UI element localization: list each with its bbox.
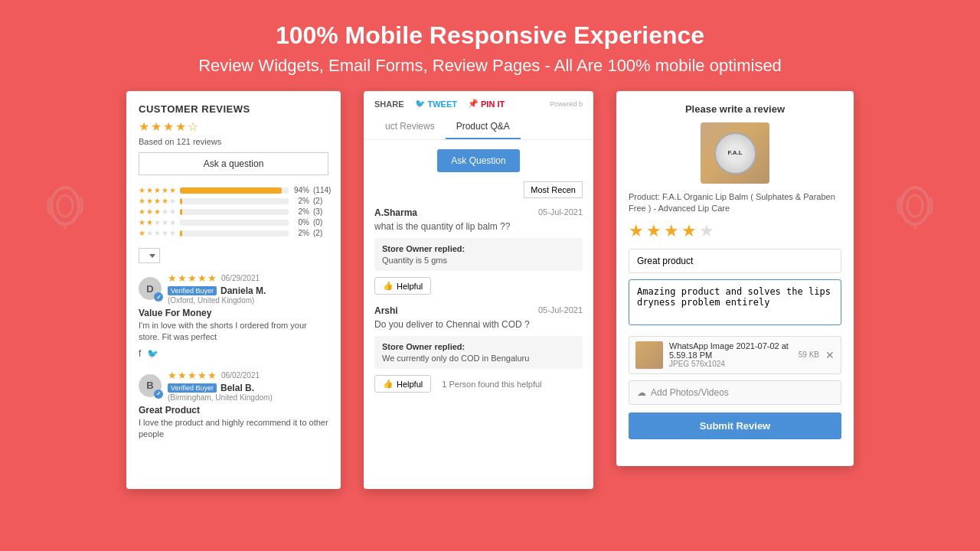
based-on-text: Based on 121 reviews (139, 137, 328, 146)
rate-star-1[interactable]: ★ (629, 221, 644, 241)
submit-review-button[interactable]: Submit Review (629, 412, 841, 439)
header-subtitle: Review Widgets, Email Forms, Review Page… (198, 56, 782, 76)
rating-row-5: ★ ★ ★ ★ ★ 94% (114) (139, 186, 328, 194)
wave-icon-left (46, 183, 84, 229)
write-review-title: Please write a review (629, 103, 841, 115)
helpful-button-1[interactable]: 👍 Helpful (374, 277, 431, 295)
star-1: ★ (139, 119, 149, 134)
svg-point-0 (51, 187, 79, 224)
rate-star-3[interactable]: ★ (664, 221, 679, 241)
star-4: ★ (175, 119, 186, 134)
review-item-2: B ✓ ★ ★ ★ ★ ★ 06/02/2021 (139, 370, 328, 441)
reviewer-name-2: Belal B. (220, 383, 254, 393)
star-2: ★ (151, 119, 162, 134)
verified-label-1: Verified Buyer (168, 286, 217, 295)
twitter-icon[interactable]: 🐦 (147, 348, 158, 359)
qa-author-1: A.Sharma (374, 207, 417, 218)
share-bar: SHARE 🐦 TWEET 📌 PIN IT Powered b (374, 99, 583, 109)
ask-question-button[interactable]: Ask a question (139, 152, 328, 175)
rate-star-5[interactable]: ★ (699, 221, 714, 241)
file-size: 59 KB (799, 350, 819, 359)
share-button[interactable]: SHARE (374, 99, 404, 109)
ask-question-btn[interactable]: Ask Question (437, 149, 519, 172)
qa-author-2: Arshi (374, 305, 398, 316)
review-title-1: Value For Money (139, 308, 328, 318)
svg-point-1 (57, 195, 73, 217)
qa-date-1: 05-Jul-2021 (538, 207, 583, 218)
qa-question-2: Do you deliver to Chennai with COD ? (374, 319, 583, 330)
helpful-count-2: 1 Person found this helpful (442, 380, 541, 389)
rating-row-3: ★ ★ ★ ★ ★ 2% (3) (139, 207, 328, 216)
product-name: Product: F.A.L Organic Lip Balm ( Sulpha… (629, 191, 841, 215)
rating-row-4: ★ ★ ★ ★ ★ 2% (2) (139, 197, 328, 205)
attached-file: WhatsApp Image 2021-07-02 at 5.59.18 PM … (629, 336, 841, 374)
powered-by-text: Powered b (550, 100, 583, 108)
customer-reviews-card: CUSTOMER REVIEWS ★ ★ ★ ★ ☆ Based on 121 … (126, 91, 341, 489)
add-photos-button[interactable]: ☁ Add Photos/Videos (629, 380, 841, 405)
rating-bars: ★ ★ ★ ★ ★ 94% (114) ★ ★ ★ ★ ★ (139, 186, 328, 237)
reviewer-name-1: Daniela M. (220, 285, 266, 296)
avatar-d: D ✓ (139, 277, 162, 300)
review-date-2: 06/02/2021 (221, 371, 260, 380)
avatar-b: B ✓ (139, 374, 162, 397)
review-title-2: Great Product (139, 405, 328, 416)
file-close-button[interactable]: ✕ (825, 349, 835, 361)
store-reply-2: Store Owner replied: We currently only d… (374, 336, 583, 369)
sort-dropdown[interactable] (139, 248, 160, 263)
svg-point-4 (907, 195, 923, 217)
pinterest-icon: 📌 (468, 99, 479, 109)
cards-row: CUSTOMER REVIEWS ★ ★ ★ ★ ☆ Based on 121 … (0, 91, 980, 489)
file-meta: JPEG 576x1024 (669, 360, 792, 368)
svg-point-3 (901, 187, 929, 224)
verified-badge-2: ✓ (154, 390, 163, 399)
rate-star-2[interactable]: ★ (646, 221, 662, 241)
tweet-button[interactable]: 🐦 TWEET (415, 99, 458, 109)
file-thumbnail (635, 341, 663, 369)
social-icons-1: f 🐦 (139, 348, 328, 359)
facebook-icon[interactable]: f (139, 348, 141, 359)
rating-row-2: ★ ★ ★ ★ ★ 0% (0) (139, 218, 328, 227)
qa-body: Ask Question Most Recen A.Sharma 05-Jul-… (364, 140, 593, 412)
helpful-button-2[interactable]: 👍 Helpful (374, 375, 431, 393)
wave-icon-right (896, 183, 934, 229)
file-info: WhatsApp Image 2021-07-02 at 5.59.18 PM … (669, 341, 792, 368)
review-body-input[interactable]: Amazing product and solves the lips dryn… (629, 279, 841, 325)
header-title: 100% Mobile Responsive Experience (198, 21, 782, 50)
verified-badge: ✓ (154, 292, 163, 302)
verified-label-2: Verified Buyer (168, 383, 217, 393)
tabs-bar: uct Reviews Product Q&A (374, 115, 583, 139)
star-3: ★ (163, 119, 174, 134)
qa-card: SHARE 🐦 TWEET 📌 PIN IT Powered b uct Rev… (364, 91, 593, 489)
tab-product-reviews[interactable]: uct Reviews (374, 115, 446, 139)
fal-label: F.A.L (727, 150, 742, 157)
product-image-container: F.A.L (629, 122, 841, 184)
rate-star-4[interactable]: ★ (681, 221, 697, 241)
review-title-input[interactable] (629, 249, 841, 273)
write-review-card: Please write a review F.A.L Product: F.A… (616, 91, 854, 466)
thumbs-up-icon-2: 👍 (383, 379, 394, 389)
reviewer-location-2: (Birmingham, United Kingdom) (168, 393, 273, 402)
review-item-1: D ✓ ★ ★ ★ ★ ★ 06/29/2021 (139, 272, 328, 359)
file-name: WhatsApp Image 2021-07-02 at 5.59.18 PM (669, 341, 792, 360)
star-rating[interactable]: ★ ★ ★ ★ ★ (629, 221, 841, 241)
product-image: F.A.L (701, 122, 769, 184)
reviewer-location-1: (Oxford, United Kingdom) (168, 296, 266, 305)
qa-date-2: 05-Jul-2021 (538, 305, 583, 316)
most-recent-filter: Most Recen (374, 181, 583, 198)
twitter-bird-icon: 🐦 (415, 99, 426, 109)
review-text-1: I'm in love with the shorts I ordered fr… (139, 320, 328, 344)
review-date-1: 06/29/2021 (221, 274, 260, 282)
pin-button[interactable]: 📌 PIN IT (468, 99, 505, 109)
header: 100% Mobile Responsive Experience Review… (152, 0, 828, 91)
overall-stars: ★ ★ ★ ★ ☆ (139, 119, 328, 134)
most-recent-button[interactable]: Most Recen (524, 181, 583, 198)
qa-item-2: Arshi 05-Jul-2021 Do you deliver to Chen… (374, 305, 583, 393)
tab-qa[interactable]: Product Q&A (446, 115, 521, 139)
review-text-2: I love the product and highly recommend … (139, 417, 328, 441)
product-tin: F.A.L (714, 132, 756, 174)
cloud-upload-icon: ☁ (637, 387, 646, 398)
store-reply-1: Store Owner replied: Quantity is 5 gms (374, 238, 583, 271)
reviews-section-title: CUSTOMER REVIEWS (139, 103, 328, 115)
qa-top-bar: SHARE 🐦 TWEET 📌 PIN IT Powered b uct Rev… (364, 91, 593, 140)
qa-item-1: A.Sharma 05-Jul-2021 what is the quantit… (374, 207, 583, 295)
